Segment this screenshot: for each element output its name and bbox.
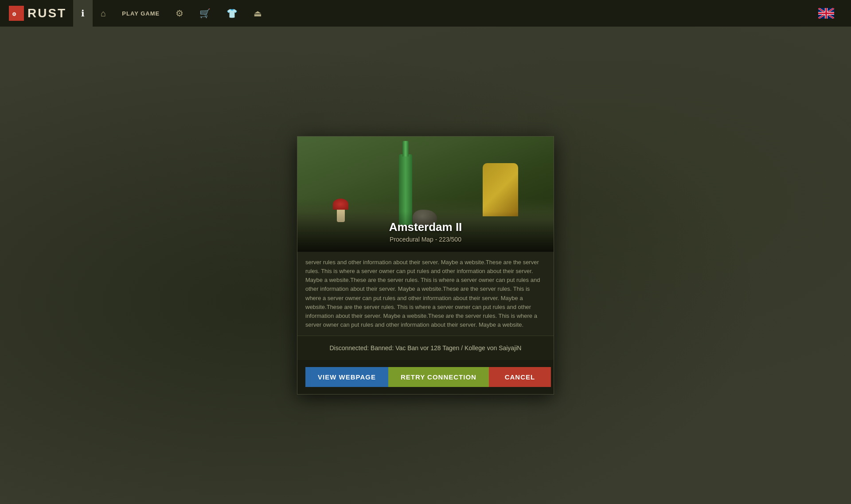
view-webpage-button[interactable]: VIEW WEBPAGE (305, 367, 388, 387)
settings-icon: ⚙ (176, 8, 183, 19)
retry-connection-button[interactable]: Retry Connection (388, 367, 489, 387)
nav-item-exit[interactable]: ⏏ (246, 0, 270, 27)
server-title-overlay: Amsterdam II Procedural Map - 223/500 (297, 211, 554, 252)
play-label: PLAY GAME (122, 10, 160, 17)
disconnect-area: Disconnected: Banned: Vac Ban vor 128 Ta… (297, 336, 554, 360)
nav-item-info[interactable]: ℹ (73, 0, 93, 27)
server-modal: Amsterdam II Procedural Map - 223/500 se… (297, 136, 554, 395)
mushroom-cap (333, 199, 348, 210)
nav-item-clothing[interactable]: 👕 (219, 0, 246, 27)
nav-item-shop[interactable]: 🛒 (191, 0, 219, 27)
button-row: VIEW WEBPAGE Retry Connection Cancel (297, 360, 554, 394)
shop-icon: 🛒 (199, 8, 211, 19)
exit-icon: ⏏ (254, 8, 262, 19)
navbar: ⚙ RUST ℹ ⌂ PLAY GAME ⚙ 🛒 👕 ⏏ (0, 0, 851, 27)
rules-area: server rules and other information about… (297, 252, 554, 336)
clothing-icon: 👕 (226, 8, 238, 19)
nav-item-home[interactable]: ⌂ (93, 0, 114, 27)
rules-text: server rules and other information about… (305, 258, 546, 329)
svg-text:⚙: ⚙ (12, 12, 16, 17)
info-icon: ℹ (81, 8, 85, 19)
server-name: Amsterdam II (306, 220, 545, 234)
disconnect-message: Disconnected: Banned: Vac Ban vor 128 Ta… (330, 344, 522, 352)
rust-logo-text: RUST (27, 6, 66, 20)
rust-logo-icon: ⚙ (9, 6, 24, 21)
main-content: Amsterdam II Procedural Map - 223/500 se… (0, 27, 851, 504)
server-info: Procedural Map - 223/500 (306, 236, 545, 243)
home-icon: ⌂ (101, 8, 106, 19)
nav-item-language[interactable] (810, 0, 842, 27)
logo-area[interactable]: ⚙ RUST (9, 6, 66, 21)
server-image: Amsterdam II Procedural Map - 223/500 (297, 137, 554, 252)
nav-item-settings[interactable]: ⚙ (168, 0, 191, 27)
uk-flag-icon (818, 8, 834, 19)
scene-figure (483, 163, 518, 216)
cancel-button[interactable]: Cancel (489, 367, 551, 387)
nav-item-play[interactable]: PLAY GAME (114, 0, 168, 27)
